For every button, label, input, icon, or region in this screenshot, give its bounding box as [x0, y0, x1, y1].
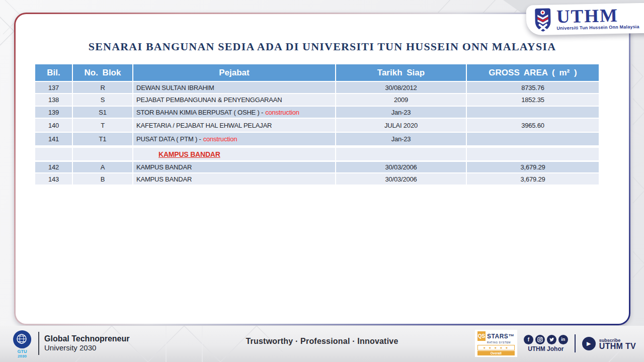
svg-text:2030: 2030 [18, 354, 27, 358]
cell-bil: 142 [35, 162, 72, 172]
twitter-icon[interactable] [547, 335, 556, 344]
uthm-logo-plate: UTHM Universiti Tun Hussein Onn Malaysia [526, 3, 644, 36]
cell-area [467, 148, 599, 160]
cell-pejabat: PEJABAT PEMBANGUNAN & PENYENGGARAAN [133, 94, 335, 106]
column-header-pejabat: Pejabat [133, 64, 335, 81]
qs-rating-system: RATING SYSTEM [487, 341, 515, 344]
qs-stars-row: ★ ★ ★ ★ ★ [477, 345, 515, 350]
cell-bil: 141 [35, 133, 72, 145]
cell-tarikh: 30/08/2012 [336, 82, 466, 93]
column-header-area: GROSS AREA ( m² ) [467, 64, 599, 81]
cell-bil: 143 [35, 173, 72, 185]
table-row: 143BKAMPUS BANDAR30/03/20063,679.29 [35, 173, 604, 185]
cell-tarikh: 2009 [336, 94, 466, 106]
construction-flag: construction [265, 109, 299, 116]
footer-badges: QS STARS™ RATING SYSTEM ★ ★ ★ ★ ★ Overal… [475, 330, 636, 357]
cell-bil [35, 148, 72, 160]
cell-bil: 137 [35, 82, 72, 93]
cell-area: 1852.35 [467, 94, 599, 106]
instagram-icon[interactable] [535, 335, 545, 344]
column-header-bil: Bil. [35, 64, 72, 81]
cell-pejabat: KAMPUS BANDAR [133, 148, 335, 160]
table-row: 138SPEJABAT PEMBANGUNAN & PENYENGGARAAN2… [35, 94, 604, 106]
uthm-shield-icon [533, 7, 553, 33]
slide: SENARAI BANGUNAN SEDIA ADA DI UNIVERSITI… [0, 0, 644, 362]
section-label: KAMPUS BANDAR [158, 150, 220, 158]
cell-tarikh: JULAI 2020 [336, 119, 466, 132]
cell-pejabat: KAMPUS BANDAR [133, 162, 335, 172]
cell-tarikh: 30/03/2006 [336, 173, 466, 185]
cell-tarikh: Jan-23 [336, 107, 466, 118]
youtube-channel-label: UTHM TV [599, 343, 636, 349]
table-row: 142AKAMPUS BANDAR30/03/20063,679.29 [35, 162, 604, 172]
cell-area: 3,679.29 [467, 173, 599, 185]
table-header-row: Bil.No. BlokPejabatTarikh SiapGROSS AREA… [35, 64, 604, 81]
qs-logo-icon: QS [477, 331, 486, 341]
qs-stars-badge: QS STARS™ RATING SYSTEM ★ ★ ★ ★ ★ Overal… [475, 330, 517, 357]
social-icons: f in [524, 335, 568, 344]
cell-blok: R [73, 82, 132, 93]
column-header-tarikh: Tarikh Siap [336, 64, 466, 81]
qs-stars-word: STARS™ [487, 333, 515, 340]
social-handle: UTHM Johor [528, 345, 564, 352]
linkedin-icon[interactable]: in [558, 335, 568, 344]
footer-vertical-bar [575, 334, 576, 352]
cell-pejabat: KAMPUS BANDAR [133, 173, 335, 185]
cell-area: 3965.60 [467, 119, 599, 132]
cell-blok: T [73, 119, 132, 132]
cell-blok: T1 [73, 133, 132, 145]
uthm-subtitle: Universiti Tun Hussein Onn Malaysia [556, 24, 639, 31]
footer: GTU 2030 Global Technopreneur University… [0, 326, 644, 362]
social-block: f in UTHM Johor [524, 335, 568, 352]
cell-pejabat: DEWAN SULTAN IBRAHIM [133, 82, 335, 93]
svg-text:GTU: GTU [18, 349, 27, 354]
cell-area [467, 107, 599, 118]
cell-tarikh [336, 148, 466, 160]
table-row: 139S1STOR BAHAN KIMIA BERPUSAT ( OSHE ) … [35, 107, 604, 118]
cell-pejabat: STOR BAHAN KIMIA BERPUSAT ( OSHE ) -cons… [133, 107, 335, 118]
cell-bil: 140 [35, 119, 72, 132]
slide-card: SENARAI BANGUNAN SEDIA ADA DI UNIVERSITI… [16, 14, 629, 324]
cell-blok [73, 148, 132, 160]
qs-stars-header: QS STARS™ RATING SYSTEM [477, 331, 515, 344]
youtube-icon[interactable]: ▶ [582, 337, 596, 350]
cell-area [467, 133, 599, 145]
facebook-icon[interactable]: f [524, 335, 533, 344]
construction-flag: construction [203, 135, 237, 143]
uthm-wordmark-block: UTHM Universiti Tun Hussein Onn Malaysia [556, 8, 639, 31]
cell-tarikh: 30/03/2006 [336, 162, 466, 172]
table-body: 137RDEWAN SULTAN IBRAHIM30/08/20128735.7… [35, 82, 604, 185]
cell-pejabat: PUSAT DATA ( PTM ) -construction [133, 133, 335, 145]
slide-card-border: SENARAI BANGUNAN SEDIA ADA DI UNIVERSITI… [14, 13, 630, 325]
cell-blok: A [73, 162, 132, 172]
cell-area: 3,679.29 [467, 162, 599, 172]
youtube-block[interactable]: ▶ subscribe UTHM TV [582, 337, 636, 350]
cell-bil: 139 [35, 107, 72, 118]
column-header-blok: No. Blok [73, 64, 132, 81]
table-row: 137RDEWAN SULTAN IBRAHIM30/08/20128735.7… [35, 82, 604, 93]
cell-blok: B [73, 173, 132, 185]
cell-tarikh: Jan-23 [336, 133, 466, 145]
cell-area: 8735.76 [467, 82, 599, 93]
uthm-wordmark: UTHM [556, 8, 639, 24]
cell-blok: S [73, 94, 132, 106]
qs-overall-label: Overall [477, 351, 515, 355]
table-section-row: KAMPUS BANDAR [35, 148, 604, 160]
table-row: 141T1PUSAT DATA ( PTM ) -constructionJan… [35, 133, 604, 145]
buildings-table: Bil.No. BlokPejabatTarikh SiapGROSS AREA… [35, 64, 604, 185]
slide-title: SENARAI BANGUNAN SEDIA ADA DI UNIVERSITI… [16, 40, 629, 53]
cell-pejabat: KAFETARIA / PEJABAT HAL EHWAL PELAJAR [133, 119, 335, 132]
cell-blok: S1 [73, 107, 132, 118]
table-row: 140TKAFETARIA / PEJABAT HAL EHWAL PELAJA… [35, 119, 604, 132]
cell-bil: 138 [35, 94, 72, 106]
footer-content: GTU 2030 Global Technopreneur University… [0, 326, 644, 362]
